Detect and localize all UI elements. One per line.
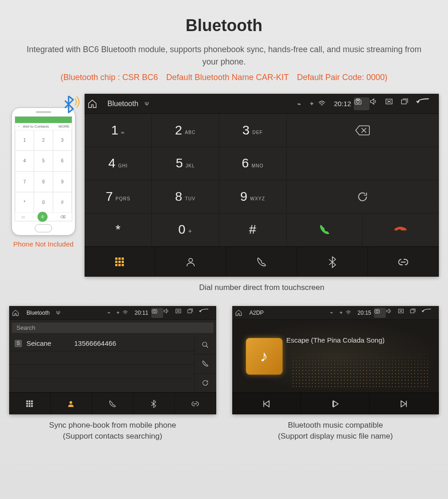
prev-button[interactable] (232, 393, 301, 414)
recent-icon[interactable] (410, 308, 421, 318)
status-bar: Bluetooth Ψ ⌁ ⌖ 20:12 (85, 94, 439, 114)
tab-bar (85, 247, 439, 277)
key-3[interactable]: 3DEF (219, 114, 287, 147)
screenshot-icon[interactable] (374, 308, 386, 318)
next-button[interactable] (370, 393, 439, 414)
svg-point-19 (203, 342, 207, 346)
close-icon[interactable] (175, 308, 187, 318)
dial-keypad: 1∞ 2ABC 3DEF 4GHI 5JKL 6MNO 7PQRS 8TUV 9… (85, 114, 287, 247)
bluetooth-icon (59, 94, 82, 117)
tab-calllog[interactable] (92, 393, 133, 414)
status-title: Bluetooth (107, 100, 139, 108)
back-icon[interactable] (199, 308, 213, 318)
bluetooth-status-icon: ⌁ (104, 310, 113, 316)
tab-dialpad[interactable] (85, 247, 155, 277)
contact-row[interactable]: S Seicane 13566664466 (9, 336, 194, 351)
phonebook-device: Bluetooth Ψ ⌁ ⌖ 20:11 Search S Seicane (9, 306, 216, 414)
back-icon[interactable] (421, 308, 436, 318)
volume-icon[interactable] (369, 97, 385, 110)
close-icon[interactable] (385, 97, 400, 110)
music-controls (232, 392, 439, 414)
tab-dialpad[interactable] (9, 393, 51, 414)
svg-point-29 (69, 401, 72, 404)
tab-bluetooth[interactable] (133, 393, 175, 414)
tab-contacts[interactable] (155, 247, 226, 277)
back-icon[interactable] (416, 97, 436, 110)
location-icon: ⌖ (336, 310, 346, 316)
svg-rect-27 (29, 405, 31, 407)
status-time: 20:12 (334, 100, 351, 107)
key-5[interactable]: 5JKL (152, 147, 219, 181)
usb-icon: Ψ (56, 310, 60, 316)
bluetooth-status-icon: ⌁ (327, 310, 336, 316)
home-icon[interactable] (235, 309, 248, 317)
key-7[interactable]: 7PQRS (85, 180, 152, 214)
tab-bluetooth[interactable] (297, 247, 368, 277)
volume-icon[interactable] (163, 308, 175, 318)
contact-list: S Seicane 13566664466 (9, 336, 194, 392)
recent-icon[interactable] (400, 97, 416, 110)
screenshot-icon[interactable] (354, 97, 369, 110)
svg-rect-11 (115, 264, 117, 266)
svg-rect-7 (122, 258, 124, 260)
contact-tag: S (15, 340, 22, 347)
svg-point-1 (357, 100, 359, 103)
side-search-button[interactable] (194, 336, 216, 354)
status-title: Bluetooth (27, 310, 50, 316)
key-star[interactable]: * (85, 214, 152, 247)
key-9[interactable]: 9WXYZ (219, 180, 287, 214)
key-hash[interactable]: # (219, 214, 287, 247)
call-button[interactable] (287, 214, 363, 247)
back-arrow-icon: ← (17, 124, 21, 129)
svg-rect-24 (29, 402, 31, 404)
hangup-button[interactable] (363, 214, 439, 247)
key-6[interactable]: 6MNO (219, 147, 287, 181)
side-refresh-button[interactable] (194, 374, 216, 392)
svg-rect-28 (31, 405, 33, 407)
page-subtitle: Integrated with BC6 Bluetooth module, su… (18, 43, 430, 68)
home-icon[interactable] (87, 99, 106, 109)
volume-icon[interactable] (386, 308, 398, 318)
music-caption: Bluetooth music compatible(Support displ… (232, 420, 439, 442)
wifi-icon (123, 310, 132, 316)
message-icon: ▭ (21, 215, 25, 219)
recent-icon[interactable] (187, 308, 199, 318)
svg-point-31 (376, 310, 379, 312)
refresh-button[interactable] (287, 180, 439, 214)
svg-rect-6 (118, 258, 121, 260)
key-8[interactable]: 8TUV (152, 180, 219, 214)
tab-link[interactable] (175, 393, 216, 414)
location-icon: ⌖ (305, 100, 318, 107)
song-title: Escape (The Pina Colada Song) (286, 336, 384, 344)
svg-rect-4 (401, 100, 406, 104)
album-art-icon: ♪ (246, 338, 283, 375)
more-label: MORE (59, 124, 69, 129)
svg-rect-20 (26, 400, 28, 402)
svg-point-14 (189, 258, 192, 262)
search-input[interactable]: Search (12, 322, 213, 333)
svg-rect-9 (118, 261, 121, 263)
close-icon[interactable] (398, 308, 410, 318)
svg-rect-25 (31, 402, 33, 404)
svg-rect-33 (411, 310, 414, 313)
svg-rect-12 (118, 264, 121, 266)
key-2[interactable]: 2ABC (152, 114, 219, 147)
tab-link[interactable] (368, 247, 439, 277)
key-1[interactable]: 1∞ (85, 114, 152, 147)
play-button[interactable] (301, 393, 370, 414)
svg-rect-13 (122, 264, 124, 266)
tab-calllog[interactable] (226, 247, 297, 277)
home-icon[interactable] (12, 309, 25, 317)
svg-rect-10 (122, 261, 124, 263)
tab-contacts[interactable] (51, 393, 92, 414)
backspace-button[interactable] (287, 114, 439, 147)
screenshot-icon[interactable] (151, 308, 163, 318)
side-call-button[interactable] (194, 354, 216, 373)
svg-rect-8 (115, 261, 117, 263)
key-0[interactable]: 0+ (152, 214, 219, 247)
phone-keypad: 123 456 789 *0# (15, 130, 72, 213)
phone-note: Phone Not Included (9, 240, 78, 248)
key-4[interactable]: 4GHI (85, 147, 152, 181)
dialer-device: Bluetooth Ψ ⌁ ⌖ 20:12 (85, 94, 439, 277)
dialer-caption: Dial number direct from touchscreen (85, 283, 439, 292)
